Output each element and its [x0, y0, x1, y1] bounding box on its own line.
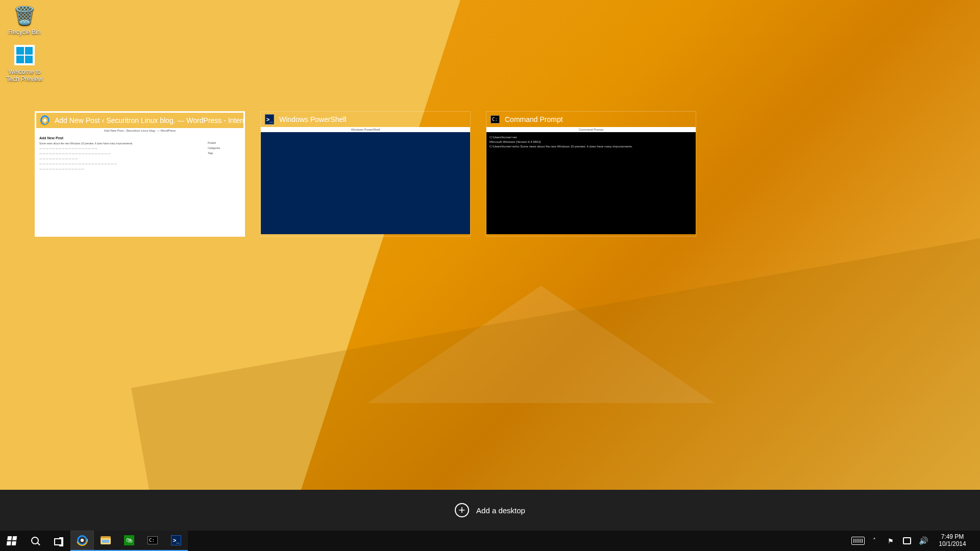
taskbar-app-store[interactable]: 🛍 [117, 531, 141, 551]
network-icon [903, 537, 911, 544]
store-icon: 🛍 [124, 535, 134, 545]
window-title: Command Prompt [505, 115, 563, 123]
window-title: Add New Post ‹ Securitron Linux blog. — … [55, 116, 243, 124]
ie-icon [77, 535, 87, 545]
window-thumbnail: Add New Post ‹ Securitron Linux blog. — … [36, 128, 243, 235]
add-desktop-label: Add a desktop [476, 506, 525, 515]
taskbar-app-powershell[interactable]: >_ [164, 531, 188, 551]
flag-icon: ⚑ [888, 537, 894, 545]
task-view-windows: Add New Post ‹ Securitron Linux blog. — … [0, 111, 980, 237]
file-explorer-icon [101, 536, 111, 544]
tray-volume[interactable]: 🔊 [916, 536, 931, 545]
keyboard-icon [851, 537, 865, 545]
tray-action-center[interactable]: ⚑ [883, 537, 898, 545]
window-title: Windows PowerShell [279, 115, 347, 123]
cmd-icon: C: [148, 536, 158, 544]
start-button[interactable] [0, 531, 23, 551]
window-thumbnail: Command Prompt C:\Users\homer>ver Micros… [486, 127, 696, 234]
taskview-window-ie[interactable]: Add New Post ‹ Securitron Linux blog. — … [35, 111, 245, 237]
taskbar-app-ie[interactable] [70, 531, 94, 551]
taskbar-left: 🛍 C: >_ [0, 531, 188, 551]
taskview-window-powershell[interactable]: >_ Windows PowerShell Windows PowerShell [260, 111, 471, 237]
powershell-icon: >_ [265, 115, 274, 124]
plus-icon: + [455, 503, 469, 517]
taskview-window-cmd[interactable]: C: Command Prompt Command Prompt C:\User… [486, 111, 696, 237]
task-view-icon [54, 537, 63, 544]
clock-time: 7:49 PM [941, 534, 964, 541]
add-desktop-button[interactable]: + Add a desktop [0, 490, 980, 531]
cmd-icon: C: [491, 115, 500, 124]
ie-icon [40, 116, 50, 125]
taskbar-app-file-explorer[interactable] [94, 531, 117, 551]
window-thumbnail: Windows PowerShell [261, 127, 470, 234]
tray-overflow[interactable]: ˄ [867, 537, 882, 544]
clock-date: 10/1/2014 [939, 541, 966, 548]
powershell-icon: >_ [171, 535, 181, 545]
tray-touch-keyboard[interactable] [850, 537, 866, 545]
taskbar-clock[interactable]: 7:49 PM 10/1/2014 [932, 534, 973, 548]
system-tray: ˄ ⚑ 🔊 7:49 PM 10/1/2014 [848, 531, 980, 551]
search-icon [31, 537, 40, 545]
taskbar: 🛍 C: >_ ˄ ⚑ 🔊 7:49 PM 10/1/2014 [0, 531, 980, 551]
taskbar-app-cmd[interactable]: C: [141, 531, 164, 551]
windows-icon [7, 536, 17, 545]
task-view-overlay: Add New Post ‹ Securitron Linux blog. — … [0, 0, 980, 551]
chevron-up-icon: ˄ [873, 537, 876, 544]
tray-network[interactable] [899, 537, 915, 544]
speaker-icon: 🔊 [919, 536, 928, 545]
task-view-button[interactable] [47, 531, 70, 551]
search-button[interactable] [23, 531, 47, 551]
